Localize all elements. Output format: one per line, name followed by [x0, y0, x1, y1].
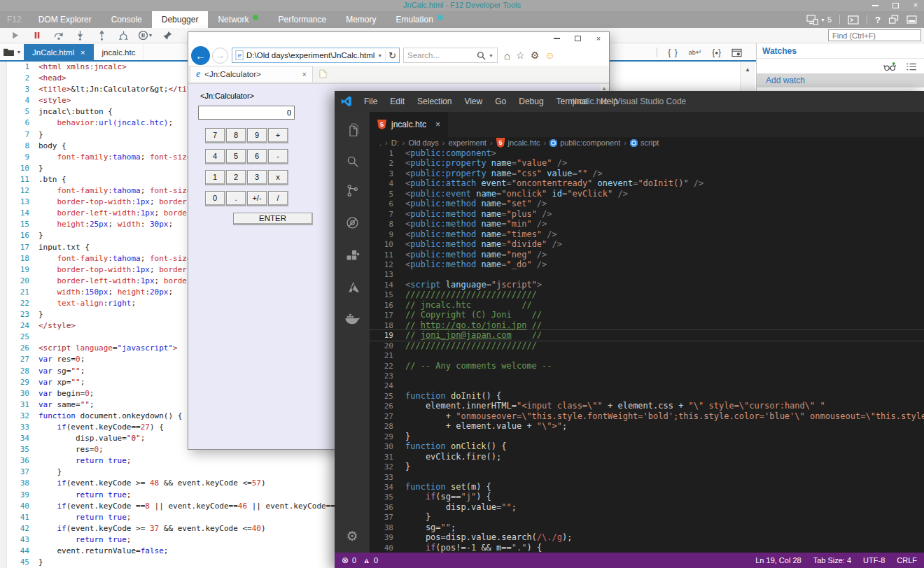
line-number[interactable]: 34 [10, 433, 29, 444]
line-number[interactable]: 42 [10, 523, 29, 534]
line-number[interactable]: 8 [370, 220, 393, 229]
maximize-button[interactable] [567, 32, 588, 45]
line-number[interactable]: 7 [370, 210, 393, 220]
line-number[interactable]: 26 [370, 402, 393, 411]
calc-button-enter[interactable]: ENTER [233, 213, 313, 225]
pretty-print-button[interactable]: { } [668, 46, 678, 59]
watch-list-button[interactable] [906, 60, 917, 73]
f12-tab-dom-explorer[interactable]: DOM Explorer [29, 11, 102, 28]
line-number[interactable]: 1 [370, 149, 393, 159]
calc-button-6[interactable]: 6 [247, 149, 267, 164]
unpin-button[interactable] [888, 15, 899, 24]
line-number[interactable]: 21 [370, 351, 393, 361]
line-number[interactable]: 18 [370, 321, 393, 331]
f12-tab-memory[interactable]: Memory [336, 11, 386, 28]
line-number[interactable]: 31 [370, 453, 393, 462]
line-number[interactable]: 15 [370, 290, 393, 300]
f12-tab-debugger[interactable]: Debugger [152, 11, 209, 28]
line-number[interactable]: 2 [370, 159, 393, 169]
f12-tab-emulation[interactable]: Emulation [386, 11, 453, 28]
debugger-popup-button[interactable] [732, 46, 742, 59]
console-panel-button[interactable] [848, 15, 859, 24]
menu-view[interactable]: View [458, 91, 489, 112]
line-number[interactable]: 36 [370, 503, 393, 513]
address-text[interactable]: D:\Old days\experiment\JnCalc.html [246, 51, 374, 59]
close-button[interactable]: × [588, 32, 609, 45]
settings-gear-icon[interactable]: ⚙ [531, 50, 540, 60]
source-control-icon[interactable] [344, 182, 360, 199]
line-number[interactable]: 39 [370, 533, 393, 543]
close-tab-icon[interactable]: × [302, 70, 307, 78]
line-number[interactable]: 17 [10, 242, 29, 253]
eol[interactable]: CRLF [897, 556, 917, 565]
browser-tab-jn-calculator[interactable]: e <Jn:Calculator> × [190, 66, 313, 82]
dock-button[interactable] [906, 15, 917, 24]
step-into-button[interactable] [69, 29, 91, 43]
back-button[interactable]: ← [191, 46, 210, 65]
calc-button-2[interactable]: 2 [226, 170, 246, 185]
line-number[interactable]: 30 [370, 442, 393, 452]
line-number[interactable]: 44 [10, 546, 29, 557]
line-number[interactable]: 25 [10, 332, 29, 343]
minimize-button[interactable] [871, 1, 879, 10]
problems-summary[interactable]: ⊗ 0 ▲! 0 [342, 556, 378, 565]
line-number[interactable]: 40 [370, 544, 393, 553]
breadcrumb-item-jncalc-htc[interactable]: 5jncalc.htc [496, 138, 540, 148]
line-number[interactable]: 12 [370, 260, 393, 270]
new-tab-button[interactable] [313, 66, 332, 82]
add-watch-button[interactable]: Add watch [757, 73, 924, 87]
disable-breakpoints-button[interactable]: {●} [712, 46, 721, 59]
line-number[interactable]: 18 [10, 253, 29, 264]
extensions-icon[interactable] [344, 246, 360, 263]
line-number[interactable]: 29 [370, 432, 393, 442]
f12-tab-performance[interactable]: Performance [268, 11, 336, 28]
line-number[interactable]: 34 [370, 483, 393, 492]
menu-go[interactable]: Go [489, 91, 512, 112]
calc-button-minus[interactable]: - [268, 149, 288, 164]
minimize-button[interactable] [546, 32, 567, 45]
breadcrumb-item-experiment[interactable]: experiment [449, 139, 486, 147]
exception-behavior-button[interactable]: ▼ [134, 29, 156, 43]
maximize-button[interactable] [891, 1, 899, 10]
calc-button-decimal[interactable]: . [226, 191, 246, 206]
line-number[interactable]: 19 [370, 331, 393, 341]
line-number[interactable]: 2 [10, 73, 29, 84]
line-number[interactable]: 28 [10, 366, 29, 377]
azure-icon[interactable] [344, 278, 360, 295]
line-number[interactable]: 30 [10, 388, 29, 399]
line-number[interactable]: 24 [10, 320, 29, 332]
calc-button-divide[interactable]: / [268, 191, 288, 206]
find-input[interactable] [828, 29, 921, 41]
line-number[interactable]: 20 [370, 341, 393, 351]
line-number[interactable]: 12 [10, 185, 29, 197]
calculator-display[interactable] [198, 106, 295, 120]
line-number[interactable]: 39 [10, 490, 29, 501]
line-number[interactable]: 3 [10, 84, 29, 95]
cursor-position[interactable]: Ln 19, Col 28 [755, 556, 801, 565]
search-icon[interactable] [477, 51, 486, 60]
line-number[interactable]: 16 [370, 301, 393, 311]
line-number[interactable]: 33 [370, 473, 393, 483]
calc-button-multiply[interactable]: x [268, 170, 288, 185]
breadcrumb-item-old-days[interactable]: Old days [408, 139, 438, 147]
line-number[interactable]: 31 [10, 399, 29, 411]
line-number[interactable]: 37 [10, 467, 29, 478]
calc-button-0[interactable]: 0 [205, 191, 225, 206]
line-number[interactable]: 4 [10, 95, 29, 106]
word-wrap-button[interactable]: ab↵ [689, 46, 701, 59]
code-editor[interactable]: 1<public:component>2<public:property nam… [370, 148, 924, 553]
line-number[interactable]: 11 [10, 174, 29, 185]
continue-to-cursor-button[interactable] [113, 29, 134, 43]
search-dropdown-icon[interactable]: ▼ [489, 53, 493, 58]
search-placeholder[interactable]: Search... [407, 51, 474, 59]
line-number[interactable]: 17 [370, 311, 393, 320]
line-number[interactable]: 38 [370, 523, 393, 533]
search-icon[interactable] [344, 152, 360, 169]
continue-button[interactable] [4, 29, 26, 43]
line-number[interactable]: 8 [10, 141, 29, 152]
line-number[interactable]: 22 [370, 362, 393, 371]
line-number[interactable]: 13 [10, 197, 29, 208]
calc-button-7[interactable]: 7 [205, 128, 225, 143]
explorer-icon[interactable] [344, 121, 360, 138]
line-number[interactable]: 27 [370, 412, 393, 422]
